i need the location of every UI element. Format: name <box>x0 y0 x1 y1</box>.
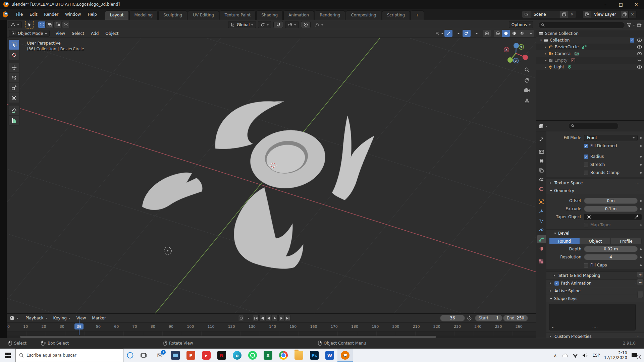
camera-view-icon[interactable] <box>523 87 531 94</box>
overlays-toggle[interactable] <box>463 30 471 37</box>
workspace-tab[interactable]: Scripting <box>382 10 410 20</box>
timeline-menu-item[interactable]: Playback <box>22 316 50 320</box>
jump-to-end-button[interactable] <box>285 315 290 321</box>
snap-target-dropdown[interactable] <box>285 21 299 28</box>
use-preview-range-toggle[interactable] <box>467 315 472 321</box>
resolution-field[interactable]: 4 <box>584 254 638 260</box>
path-animation-checkbox[interactable]: ✓ <box>554 281 559 286</box>
tool-transform[interactable] <box>9 93 19 103</box>
workspace-tab[interactable]: Modeling <box>129 10 158 20</box>
particles-tab[interactable] <box>537 217 546 225</box>
shape-keys-list[interactable]: ▸ ···· <box>549 304 636 330</box>
tool-tab[interactable] <box>537 135 546 143</box>
shading-material-button[interactable] <box>510 30 518 37</box>
hidden-icons-chevron[interactable]: ∧ <box>552 353 558 358</box>
shape-keys-panel-header[interactable]: Shape Keys ···· <box>546 295 644 302</box>
tool-move[interactable] <box>9 63 19 72</box>
workspace-tab[interactable]: Texture Paint <box>220 10 256 20</box>
texture-space-panel-header[interactable]: Texture Space ···· <box>546 179 644 187</box>
bevel-mode-button[interactable]: Profile <box>611 238 642 244</box>
timeline-menu-item[interactable]: View <box>73 316 89 320</box>
path-animation-panel-header[interactable]: ✓ Path Animation ···· <box>546 279 644 287</box>
workspace-tab[interactable]: Layout <box>105 10 129 20</box>
active-spline-panel-header[interactable]: Active Spline ···· <box>546 287 644 295</box>
viewport-3d[interactable]: X Y Z User Perspective (36) Collection |… <box>7 38 536 313</box>
fill-caps-checkbox[interactable]: Fill Caps <box>584 263 638 267</box>
pivot-point-dropdown[interactable] <box>258 21 271 28</box>
navigation-gizmo[interactable]: X Y Z <box>504 43 528 63</box>
previous-keyframe-button[interactable] <box>259 315 265 321</box>
object-tab[interactable] <box>537 198 546 206</box>
depth-field[interactable]: 0.02 m <box>584 246 638 252</box>
notification-center-button[interactable]: 3 <box>631 353 640 358</box>
tool-rotate[interactable] <box>9 73 19 82</box>
wifi-icon[interactable] <box>572 353 578 358</box>
maximize-button[interactable]: □ <box>613 0 629 9</box>
bevel-mode-button[interactable]: Object <box>580 238 611 244</box>
shape-keys-expand-icon[interactable]: ▸ <box>552 325 554 329</box>
tool-cursor[interactable] <box>9 50 19 60</box>
select-mode-intersect-button[interactable] <box>62 21 70 28</box>
taskbar-app-icon[interactable]: W <box>322 349 337 362</box>
object-data-tab[interactable] <box>537 235 546 243</box>
extrude-field[interactable]: 0.1 m <box>584 206 638 212</box>
volume-icon[interactable] <box>582 353 588 358</box>
tool-annotate[interactable] <box>9 106 19 115</box>
outliner-search-input[interactable] <box>538 22 625 28</box>
new-scene-button[interactable] <box>560 11 568 18</box>
timeline-menu-item[interactable]: Keying <box>50 316 73 320</box>
play-reverse-button[interactable] <box>266 315 271 321</box>
outliner-row-light[interactable]: ▸ Light <box>536 64 644 70</box>
scene-selector[interactable]: Scene ✕ <box>522 11 576 18</box>
workspace-tab[interactable]: UV Editing <box>188 10 219 20</box>
viewport-menu-item[interactable]: View <box>52 30 68 37</box>
collection-checkbox[interactable]: ✓ <box>630 38 634 43</box>
clock[interactable]: 2:10 17/12/2020 <box>604 351 627 360</box>
bevel-panel-header[interactable]: Bevel <box>546 229 644 237</box>
tool-scale[interactable] <box>9 83 19 93</box>
outliner-row-scene-collection[interactable]: Scene Collection <box>536 30 644 37</box>
proportional-falloff-dropdown[interactable] <box>313 21 326 28</box>
unlink-scene-button[interactable]: ✕ <box>568 11 576 18</box>
viewport-menu-item[interactable]: Select <box>68 30 88 37</box>
shape-key-specials-button[interactable] <box>637 291 643 297</box>
select-mode-subtract-button[interactable] <box>54 21 62 28</box>
mode-dropdown[interactable]: Object Mode <box>9 30 50 37</box>
tool-measure[interactable] <box>9 116 19 125</box>
workspace-tab[interactable]: Sculpting <box>158 10 187 20</box>
transform-orientation-dropdown[interactable]: Global <box>228 21 256 28</box>
language-indicator[interactable]: ESP <box>592 353 600 358</box>
properties-editor-type-button[interactable] <box>538 124 547 128</box>
gizmos-dropdown[interactable] <box>453 30 462 37</box>
visibility-closed-icon[interactable] <box>637 59 642 62</box>
eyedropper-icon[interactable] <box>634 215 639 219</box>
timeline-editor-type-button[interactable] <box>9 315 18 321</box>
texture-tab[interactable] <box>537 257 546 265</box>
modifiers-tab[interactable] <box>537 207 546 215</box>
taskbar-app-icon[interactable]: X <box>260 349 276 362</box>
workspace-tab[interactable]: Shading <box>256 10 283 20</box>
gizmos-toggle[interactable] <box>444 30 452 37</box>
shape-key-add-button[interactable]: + <box>637 272 643 278</box>
view-layer-selector[interactable]: View Layer ✕ <box>582 11 637 18</box>
timeline-ruler[interactable]: 0102030405060708090100110120130140150160… <box>7 323 536 331</box>
taskbar-app-icon[interactable]: ▶ <box>199 349 214 362</box>
shape-key-remove-button[interactable]: − <box>637 279 643 285</box>
visibility-icon[interactable] <box>637 45 642 49</box>
taskbar-app-icon[interactable] <box>337 349 353 362</box>
outliner-row-empty[interactable]: ▸ Empty <box>536 57 644 64</box>
options-dropdown[interactable]: Options <box>509 21 533 28</box>
visibility-icon[interactable] <box>637 52 642 55</box>
material-tab[interactable] <box>537 245 546 253</box>
start-button[interactable] <box>0 349 15 362</box>
outliner-row-beziercircle[interactable]: ▸ BezierCircle <box>536 44 644 50</box>
close-button[interactable]: ✕ <box>629 0 644 9</box>
keying-dropdown[interactable] <box>248 318 250 320</box>
logo-3d-object[interactable] <box>142 101 374 268</box>
timeline-menu-item[interactable]: Marker <box>89 316 109 320</box>
taskbar-app-icon[interactable]: Ps <box>307 349 322 362</box>
minimize-button[interactable]: – <box>598 0 613 9</box>
outliner-row-camera[interactable]: ▸ Camera <box>536 50 644 57</box>
workspace-tab[interactable]: Animation <box>283 10 314 20</box>
outliner-row-collection[interactable]: ▾ Collection ✓ <box>536 37 644 44</box>
